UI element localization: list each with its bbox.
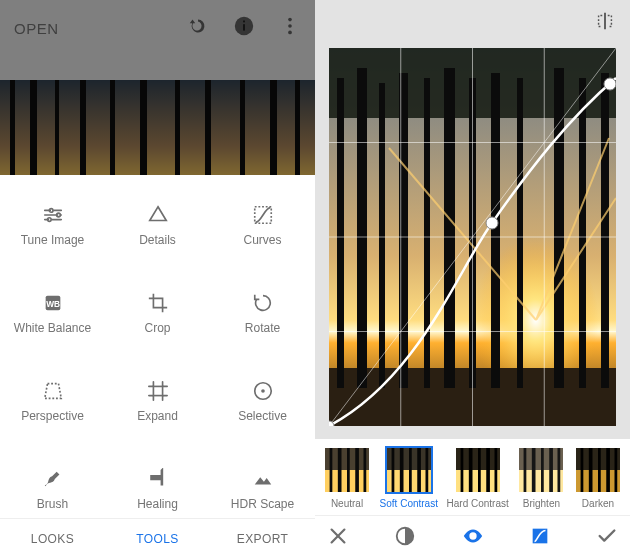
svg-rect-74 xyxy=(478,448,481,492)
svg-rect-72 xyxy=(460,448,463,492)
tool-label: Healing xyxy=(137,498,178,511)
preset-label: Hard Contrast xyxy=(447,498,509,509)
preset-soft-contrast[interactable]: Soft Contrast xyxy=(380,446,438,509)
image-canvas[interactable] xyxy=(329,48,616,426)
tool-label: Selective xyxy=(238,410,287,423)
tool-crop[interactable]: Crop xyxy=(105,269,210,357)
svg-rect-32 xyxy=(357,68,367,388)
preset-label: Soft Contrast xyxy=(380,498,438,509)
tool-details[interactable]: Details xyxy=(105,181,210,269)
tab-looks[interactable]: LOOKS xyxy=(0,519,105,559)
tab-tools[interactable]: TOOLS xyxy=(105,519,210,559)
svg-rect-82 xyxy=(550,448,554,492)
svg-rect-33 xyxy=(379,83,385,388)
preset-brighten[interactable]: Brighten xyxy=(517,446,565,509)
tool-white-balance[interactable]: WB White Balance xyxy=(0,269,105,357)
svg-rect-76 xyxy=(494,448,497,492)
svg-rect-65 xyxy=(391,448,394,492)
preset-hard-contrast[interactable]: Hard Contrast xyxy=(447,446,509,509)
svg-rect-24 xyxy=(153,386,162,395)
tool-expand[interactable]: Expand xyxy=(105,357,210,445)
curve-card-icon[interactable] xyxy=(529,525,551,551)
preset-neutral[interactable]: Neutral xyxy=(323,446,371,509)
tool-label: Tune Image xyxy=(21,234,85,247)
svg-rect-58 xyxy=(330,448,333,492)
svg-rect-42 xyxy=(601,73,609,388)
svg-rect-79 xyxy=(524,448,527,492)
svg-rect-59 xyxy=(338,448,342,492)
tool-label: Rotate xyxy=(245,322,280,335)
preset-label: Brighten xyxy=(523,498,560,509)
svg-rect-35 xyxy=(424,78,430,388)
svg-point-19 xyxy=(56,213,60,217)
svg-rect-36 xyxy=(444,68,455,388)
app-root: OPEN xyxy=(0,0,630,559)
tool-label: Expand xyxy=(137,410,178,423)
svg-rect-73 xyxy=(469,448,473,492)
right-pane-curves-editor: Neutral Soft Contrast Hard Contrast Brig… xyxy=(315,0,630,559)
preset-label: Neutral xyxy=(331,498,363,509)
svg-point-18 xyxy=(49,208,53,212)
apply-button[interactable] xyxy=(596,525,618,551)
svg-rect-61 xyxy=(355,448,359,492)
svg-rect-90 xyxy=(614,448,617,492)
svg-rect-38 xyxy=(491,73,500,388)
tool-tune-image[interactable]: Tune Image xyxy=(0,181,105,269)
svg-rect-37 xyxy=(469,78,476,388)
tool-selective[interactable]: Selective xyxy=(210,357,315,445)
right-header xyxy=(315,0,630,46)
svg-rect-39 xyxy=(517,78,523,388)
compare-flip-icon[interactable] xyxy=(594,10,616,36)
visibility-toggle-icon[interactable] xyxy=(462,525,484,551)
svg-rect-66 xyxy=(400,448,404,492)
svg-rect-80 xyxy=(532,448,536,492)
svg-rect-83 xyxy=(558,448,561,492)
editor-action-bar xyxy=(315,515,630,559)
preset-label: Darken xyxy=(582,498,614,509)
tool-label: HDR Scape xyxy=(231,498,294,511)
svg-rect-86 xyxy=(581,448,584,492)
tool-label: Details xyxy=(139,234,176,247)
svg-rect-89 xyxy=(606,448,610,492)
tool-rotate[interactable]: Rotate xyxy=(210,269,315,357)
svg-rect-67 xyxy=(409,448,412,492)
tools-sheet: Tune Image Details Curves WB White Balan… xyxy=(0,175,315,519)
svg-rect-87 xyxy=(589,448,593,492)
tool-label: Perspective xyxy=(21,410,84,423)
svg-rect-40 xyxy=(554,68,564,388)
svg-rect-41 xyxy=(579,78,586,388)
svg-rect-88 xyxy=(598,448,601,492)
svg-rect-62 xyxy=(364,448,367,492)
cancel-button[interactable] xyxy=(327,525,349,551)
tab-export[interactable]: EXPORT xyxy=(210,519,315,559)
tools-grid: Tune Image Details Curves WB White Balan… xyxy=(0,175,315,533)
svg-point-20 xyxy=(47,217,51,221)
svg-rect-31 xyxy=(337,78,344,388)
svg-rect-75 xyxy=(486,448,490,492)
svg-point-26 xyxy=(261,389,265,393)
tool-label: White Balance xyxy=(14,322,91,335)
svg-rect-68 xyxy=(417,448,421,492)
svg-text:WB: WB xyxy=(46,299,60,308)
tool-perspective[interactable]: Perspective xyxy=(0,357,105,445)
svg-rect-34 xyxy=(399,73,408,388)
tool-label: Crop xyxy=(144,322,170,335)
svg-rect-81 xyxy=(541,448,544,492)
tool-curves[interactable]: Curves xyxy=(210,181,315,269)
modal-dim-overlay xyxy=(0,0,315,175)
left-pane-tools: OPEN xyxy=(0,0,315,559)
curve-presets-strip: Neutral Soft Contrast Hard Contrast Brig… xyxy=(315,439,630,515)
preset-darken[interactable]: Darken xyxy=(574,446,622,509)
tool-label: Brush xyxy=(37,498,68,511)
tool-label: Curves xyxy=(243,234,281,247)
bottom-tab-bar: LOOKS TOOLS EXPORT xyxy=(0,518,315,559)
channel-luminance-icon[interactable] xyxy=(394,525,416,551)
svg-rect-69 xyxy=(425,448,428,492)
svg-rect-60 xyxy=(347,448,350,492)
